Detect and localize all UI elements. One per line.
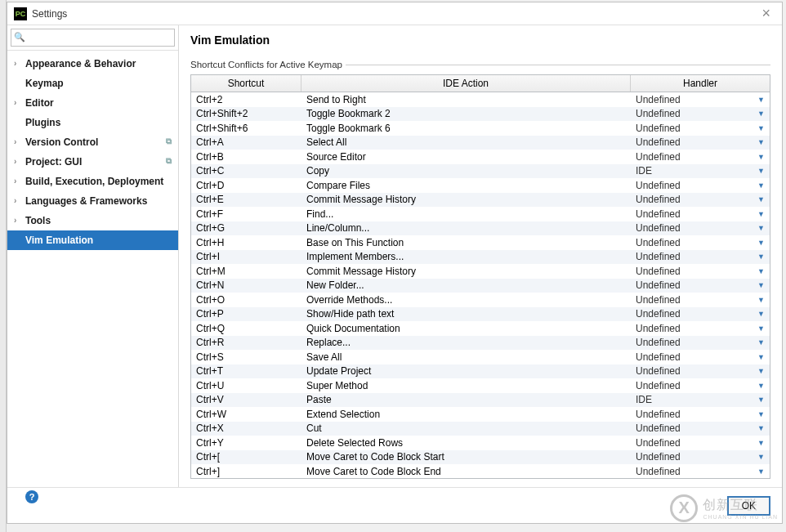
chevron-down-icon[interactable]: ▼ xyxy=(757,253,765,261)
cell-handler[interactable]: Undefined▼ xyxy=(631,293,770,306)
chevron-down-icon[interactable]: ▼ xyxy=(757,195,765,203)
cell-handler[interactable]: Undefined▼ xyxy=(631,436,770,449)
cell-handler[interactable]: Undefined▼ xyxy=(631,351,770,364)
table-row[interactable]: Ctrl+WExtend SelectionUndefined▼ xyxy=(191,407,770,422)
table-row[interactable]: Ctrl+TUpdate ProjectUndefined▼ xyxy=(191,364,770,379)
sidebar-item-languages-frameworks[interactable]: ›Languages & Frameworks xyxy=(7,191,178,211)
cell-handler[interactable]: Undefined▼ xyxy=(631,265,770,278)
sidebar-item-project-gui[interactable]: ›Project: GUI⧉ xyxy=(7,152,178,172)
table-row[interactable]: Ctrl+MCommit Message HistoryUndefined▼ xyxy=(191,264,770,279)
header-action[interactable]: IDE Action xyxy=(301,75,631,92)
cell-handler[interactable]: Undefined▼ xyxy=(631,279,770,292)
sidebar-item-build-execution-deployment[interactable]: ›Build, Execution, Deployment xyxy=(7,172,178,191)
chevron-down-icon[interactable]: ▼ xyxy=(757,396,765,404)
help-icon[interactable]: ? xyxy=(25,490,38,503)
chevron-down-icon[interactable]: ▼ xyxy=(757,367,765,375)
table-row[interactable]: Ctrl+RReplace...Undefined▼ xyxy=(191,336,770,351)
search-input[interactable] xyxy=(11,29,175,47)
table-row[interactable]: Ctrl+ASelect AllUndefined▼ xyxy=(191,136,770,150)
table-row[interactable]: Ctrl+PShow/Hide path textUndefined▼ xyxy=(191,307,770,322)
settings-tree[interactable]: ›Appearance & BehaviorKeymap›EditorPlugi… xyxy=(7,51,178,487)
chevron-down-icon[interactable]: ▼ xyxy=(757,153,765,161)
cell-handler[interactable]: Undefined▼ xyxy=(631,364,770,378)
chevron-down-icon[interactable]: ▼ xyxy=(757,424,765,432)
cell-handler[interactable]: Undefined▼ xyxy=(631,122,770,135)
cell-handler[interactable]: Undefined▼ xyxy=(631,221,770,235)
table-row[interactable]: Ctrl+BSource EditorUndefined▼ xyxy=(191,150,770,164)
table-row[interactable]: Ctrl+Shift+2Toggle Bookmark 2Undefined▼ xyxy=(191,107,770,122)
cell-handler[interactable]: Undefined▼ xyxy=(631,93,770,106)
table-row[interactable]: Ctrl+HBase on This FunctionUndefined▼ xyxy=(191,235,770,250)
chevron-down-icon[interactable]: ▼ xyxy=(757,96,765,104)
sidebar-item-vim-emulation[interactable]: Vim Emulation xyxy=(7,230,178,250)
chevron-down-icon[interactable]: ▼ xyxy=(757,224,765,232)
close-icon[interactable]: × xyxy=(757,5,775,22)
cell-handler[interactable]: Undefined▼ xyxy=(631,450,770,463)
chevron-down-icon[interactable]: ▼ xyxy=(757,324,765,333)
table-row[interactable]: Ctrl+CCopyIDE▼ xyxy=(191,164,770,179)
chevron-down-icon[interactable]: ▼ xyxy=(757,382,765,390)
table-row[interactable]: Ctrl+[Move Caret to Code Block StartUnde… xyxy=(191,450,770,465)
cell-handler[interactable]: Undefined▼ xyxy=(631,336,770,349)
cell-handler[interactable]: Undefined▼ xyxy=(631,136,770,149)
chevron-right-icon: › xyxy=(14,177,16,186)
table-row[interactable]: Ctrl+2Send to RightUndefined▼ xyxy=(191,92,770,107)
sidebar-item-version-control[interactable]: ›Version Control⧉ xyxy=(7,132,178,152)
cell-handler[interactable]: IDE▼ xyxy=(631,393,770,406)
chevron-down-icon[interactable]: ▼ xyxy=(757,124,765,132)
cell-handler[interactable]: Undefined▼ xyxy=(631,193,770,206)
sidebar-item-appearance-behavior[interactable]: ›Appearance & Behavior xyxy=(7,54,178,74)
table-row[interactable]: Ctrl+VPasteIDE▼ xyxy=(191,393,770,408)
table-row[interactable]: Ctrl+IImplement Members...Undefined▼ xyxy=(191,250,770,265)
chevron-down-icon[interactable]: ▼ xyxy=(757,110,765,118)
table-row[interactable]: Ctrl+FFind...Undefined▼ xyxy=(191,207,770,221)
table-row[interactable]: Ctrl+GLine/Column...Undefined▼ xyxy=(191,221,770,236)
header-handler[interactable]: Handler xyxy=(631,75,770,92)
chevron-down-icon[interactable]: ▼ xyxy=(757,167,765,175)
cell-handler[interactable]: Undefined▼ xyxy=(631,250,770,263)
table-row[interactable]: Ctrl+Shift+6Toggle Bookmark 6Undefined▼ xyxy=(191,121,770,136)
chevron-down-icon[interactable]: ▼ xyxy=(757,296,765,304)
chevron-down-icon[interactable]: ▼ xyxy=(757,138,765,146)
table-row[interactable]: Ctrl+USuper MethodUndefined▼ xyxy=(191,378,770,393)
sidebar-item-tools[interactable]: ›Tools xyxy=(7,211,178,230)
table-row[interactable]: Ctrl+DCompare FilesUndefined▼ xyxy=(191,178,770,193)
table-row[interactable]: Ctrl+XCutUndefined▼ xyxy=(191,422,770,436)
chevron-down-icon[interactable]: ▼ xyxy=(757,239,765,247)
sidebar-item-editor[interactable]: ›Editor xyxy=(7,93,178,113)
cell-handler[interactable]: Undefined▼ xyxy=(631,465,770,478)
chevron-down-icon[interactable]: ▼ xyxy=(757,453,765,461)
chevron-down-icon[interactable]: ▼ xyxy=(757,210,765,218)
table-row[interactable]: Ctrl+QQuick DocumentationUndefined▼ xyxy=(191,321,770,336)
cell-handler[interactable]: Undefined▼ xyxy=(631,179,770,192)
table-row[interactable]: Ctrl+SSave AllUndefined▼ xyxy=(191,350,770,364)
table-row[interactable]: Ctrl+ECommit Message HistoryUndefined▼ xyxy=(191,193,770,208)
sidebar-item-plugins[interactable]: Plugins xyxy=(7,113,178,132)
cell-handler[interactable]: Undefined▼ xyxy=(631,322,770,335)
chevron-down-icon[interactable]: ▼ xyxy=(757,439,765,447)
sidebar-item-keymap[interactable]: Keymap xyxy=(7,74,178,93)
table-row[interactable]: Ctrl+]Move Caret to Code Block EndUndefi… xyxy=(191,464,770,479)
cell-handler[interactable]: Undefined▼ xyxy=(631,422,770,435)
cell-handler[interactable]: Undefined▼ xyxy=(631,408,770,421)
cell-handler[interactable]: Undefined▼ xyxy=(631,150,770,163)
table-row[interactable]: Ctrl+YDelete Selected RowsUndefined▼ xyxy=(191,436,770,450)
chevron-down-icon[interactable]: ▼ xyxy=(757,181,765,190)
chevron-down-icon[interactable]: ▼ xyxy=(757,338,765,346)
ok-button[interactable]: OK xyxy=(727,496,770,516)
chevron-down-icon[interactable]: ▼ xyxy=(757,281,765,289)
chevron-down-icon[interactable]: ▼ xyxy=(757,353,765,361)
table-row[interactable]: Ctrl+OOverride Methods...Undefined▼ xyxy=(191,293,770,307)
cell-handler[interactable]: Undefined▼ xyxy=(631,379,770,392)
chevron-down-icon[interactable]: ▼ xyxy=(757,410,765,418)
header-shortcut[interactable]: Shortcut xyxy=(191,75,301,92)
cell-handler[interactable]: Undefined▼ xyxy=(631,236,770,249)
chevron-down-icon[interactable]: ▼ xyxy=(757,310,765,318)
cell-handler[interactable]: Undefined▼ xyxy=(631,307,770,320)
cell-handler[interactable]: IDE▼ xyxy=(631,164,770,177)
chevron-down-icon[interactable]: ▼ xyxy=(757,267,765,275)
table-row[interactable]: Ctrl+NNew Folder...Undefined▼ xyxy=(191,279,770,293)
cell-handler[interactable]: Undefined▼ xyxy=(631,107,770,120)
cell-handler[interactable]: Undefined▼ xyxy=(631,208,770,221)
chevron-down-icon[interactable]: ▼ xyxy=(757,467,765,476)
